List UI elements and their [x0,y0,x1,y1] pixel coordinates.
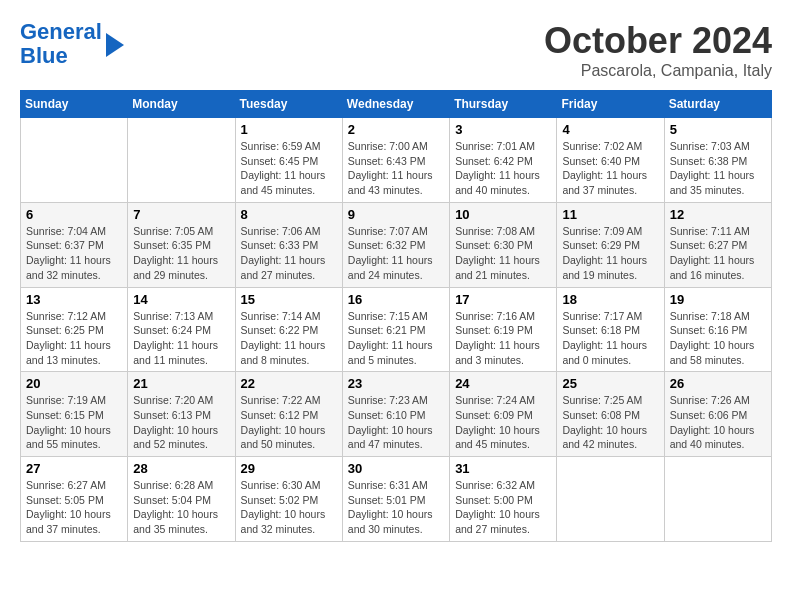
calendar-cell: 6Sunrise: 7:04 AMSunset: 6:37 PMDaylight… [21,202,128,287]
cell-info: Sunrise: 7:04 AMSunset: 6:37 PMDaylight:… [26,224,122,283]
day-number: 19 [670,292,766,307]
calendar-cell [21,118,128,203]
cell-info: Sunrise: 7:15 AMSunset: 6:21 PMDaylight:… [348,309,444,368]
day-of-week-header: Sunday [21,91,128,118]
cell-info: Sunrise: 7:25 AMSunset: 6:08 PMDaylight:… [562,393,658,452]
calendar-cell: 16Sunrise: 7:15 AMSunset: 6:21 PMDayligh… [342,287,449,372]
month-title: October 2024 [544,20,772,62]
cell-info: Sunrise: 7:16 AMSunset: 6:19 PMDaylight:… [455,309,551,368]
calendar-cell: 25Sunrise: 7:25 AMSunset: 6:08 PMDayligh… [557,372,664,457]
day-number: 28 [133,461,229,476]
calendar-week-row: 20Sunrise: 7:19 AMSunset: 6:15 PMDayligh… [21,372,772,457]
calendar-cell: 10Sunrise: 7:08 AMSunset: 6:30 PMDayligh… [450,202,557,287]
calendar-cell: 4Sunrise: 7:02 AMSunset: 6:40 PMDaylight… [557,118,664,203]
day-number: 15 [241,292,337,307]
calendar-cell: 22Sunrise: 7:22 AMSunset: 6:12 PMDayligh… [235,372,342,457]
day-number: 8 [241,207,337,222]
day-of-week-header: Saturday [664,91,771,118]
calendar-cell: 13Sunrise: 7:12 AMSunset: 6:25 PMDayligh… [21,287,128,372]
cell-info: Sunrise: 6:59 AMSunset: 6:45 PMDaylight:… [241,139,337,198]
cell-info: Sunrise: 7:12 AMSunset: 6:25 PMDaylight:… [26,309,122,368]
calendar-week-row: 27Sunrise: 6:27 AMSunset: 5:05 PMDayligh… [21,457,772,542]
day-number: 17 [455,292,551,307]
day-of-week-header: Friday [557,91,664,118]
day-number: 20 [26,376,122,391]
day-number: 23 [348,376,444,391]
day-number: 14 [133,292,229,307]
cell-info: Sunrise: 7:18 AMSunset: 6:16 PMDaylight:… [670,309,766,368]
calendar-cell: 5Sunrise: 7:03 AMSunset: 6:38 PMDaylight… [664,118,771,203]
calendar-cell: 19Sunrise: 7:18 AMSunset: 6:16 PMDayligh… [664,287,771,372]
day-of-week-header: Tuesday [235,91,342,118]
calendar-cell: 27Sunrise: 6:27 AMSunset: 5:05 PMDayligh… [21,457,128,542]
cell-info: Sunrise: 7:01 AMSunset: 6:42 PMDaylight:… [455,139,551,198]
day-of-week-header: Monday [128,91,235,118]
calendar-cell: 21Sunrise: 7:20 AMSunset: 6:13 PMDayligh… [128,372,235,457]
day-number: 5 [670,122,766,137]
day-number: 24 [455,376,551,391]
cell-info: Sunrise: 7:22 AMSunset: 6:12 PMDaylight:… [241,393,337,452]
calendar-cell: 9Sunrise: 7:07 AMSunset: 6:32 PMDaylight… [342,202,449,287]
calendar-cell: 17Sunrise: 7:16 AMSunset: 6:19 PMDayligh… [450,287,557,372]
day-number: 12 [670,207,766,222]
calendar-cell: 28Sunrise: 6:28 AMSunset: 5:04 PMDayligh… [128,457,235,542]
calendar-cell: 14Sunrise: 7:13 AMSunset: 6:24 PMDayligh… [128,287,235,372]
day-number: 25 [562,376,658,391]
calendar-cell: 24Sunrise: 7:24 AMSunset: 6:09 PMDayligh… [450,372,557,457]
day-number: 29 [241,461,337,476]
logo: General Blue [20,20,124,68]
calendar-cell: 3Sunrise: 7:01 AMSunset: 6:42 PMDaylight… [450,118,557,203]
logo-text-blue: Blue [20,43,68,68]
cell-info: Sunrise: 7:23 AMSunset: 6:10 PMDaylight:… [348,393,444,452]
calendar-cell: 31Sunrise: 6:32 AMSunset: 5:00 PMDayligh… [450,457,557,542]
page-header: General Blue October 2024 Pascarola, Cam… [20,20,772,80]
cell-info: Sunrise: 6:32 AMSunset: 5:00 PMDaylight:… [455,478,551,537]
day-number: 22 [241,376,337,391]
day-number: 26 [670,376,766,391]
calendar-week-row: 13Sunrise: 7:12 AMSunset: 6:25 PMDayligh… [21,287,772,372]
day-number: 13 [26,292,122,307]
day-number: 4 [562,122,658,137]
cell-info: Sunrise: 7:26 AMSunset: 6:06 PMDaylight:… [670,393,766,452]
day-number: 18 [562,292,658,307]
cell-info: Sunrise: 7:17 AMSunset: 6:18 PMDaylight:… [562,309,658,368]
cell-info: Sunrise: 7:13 AMSunset: 6:24 PMDaylight:… [133,309,229,368]
calendar-cell: 12Sunrise: 7:11 AMSunset: 6:27 PMDayligh… [664,202,771,287]
calendar-cell: 11Sunrise: 7:09 AMSunset: 6:29 PMDayligh… [557,202,664,287]
logo-text-general: General [20,19,102,44]
title-area: October 2024 Pascarola, Campania, Italy [544,20,772,80]
cell-info: Sunrise: 7:00 AMSunset: 6:43 PMDaylight:… [348,139,444,198]
calendar-cell: 23Sunrise: 7:23 AMSunset: 6:10 PMDayligh… [342,372,449,457]
day-number: 2 [348,122,444,137]
day-of-week-header: Wednesday [342,91,449,118]
cell-info: Sunrise: 6:28 AMSunset: 5:04 PMDaylight:… [133,478,229,537]
cell-info: Sunrise: 7:02 AMSunset: 6:40 PMDaylight:… [562,139,658,198]
calendar-cell: 18Sunrise: 7:17 AMSunset: 6:18 PMDayligh… [557,287,664,372]
calendar-cell: 29Sunrise: 6:30 AMSunset: 5:02 PMDayligh… [235,457,342,542]
day-number: 30 [348,461,444,476]
day-number: 16 [348,292,444,307]
day-of-week-header: Thursday [450,91,557,118]
calendar-cell: 2Sunrise: 7:00 AMSunset: 6:43 PMDaylight… [342,118,449,203]
calendar-week-row: 6Sunrise: 7:04 AMSunset: 6:37 PMDaylight… [21,202,772,287]
logo-arrow-icon [106,33,124,57]
cell-info: Sunrise: 7:14 AMSunset: 6:22 PMDaylight:… [241,309,337,368]
day-number: 9 [348,207,444,222]
day-number: 7 [133,207,229,222]
cell-info: Sunrise: 7:24 AMSunset: 6:09 PMDaylight:… [455,393,551,452]
calendar-header-row: SundayMondayTuesdayWednesdayThursdayFrid… [21,91,772,118]
calendar-table: SundayMondayTuesdayWednesdayThursdayFrid… [20,90,772,542]
day-number: 31 [455,461,551,476]
cell-info: Sunrise: 7:07 AMSunset: 6:32 PMDaylight:… [348,224,444,283]
cell-info: Sunrise: 7:08 AMSunset: 6:30 PMDaylight:… [455,224,551,283]
cell-info: Sunrise: 7:20 AMSunset: 6:13 PMDaylight:… [133,393,229,452]
cell-info: Sunrise: 6:27 AMSunset: 5:05 PMDaylight:… [26,478,122,537]
calendar-cell [664,457,771,542]
calendar-week-row: 1Sunrise: 6:59 AMSunset: 6:45 PMDaylight… [21,118,772,203]
cell-info: Sunrise: 7:19 AMSunset: 6:15 PMDaylight:… [26,393,122,452]
day-number: 3 [455,122,551,137]
calendar-cell [128,118,235,203]
cell-info: Sunrise: 6:30 AMSunset: 5:02 PMDaylight:… [241,478,337,537]
cell-info: Sunrise: 7:11 AMSunset: 6:27 PMDaylight:… [670,224,766,283]
calendar-cell: 26Sunrise: 7:26 AMSunset: 6:06 PMDayligh… [664,372,771,457]
